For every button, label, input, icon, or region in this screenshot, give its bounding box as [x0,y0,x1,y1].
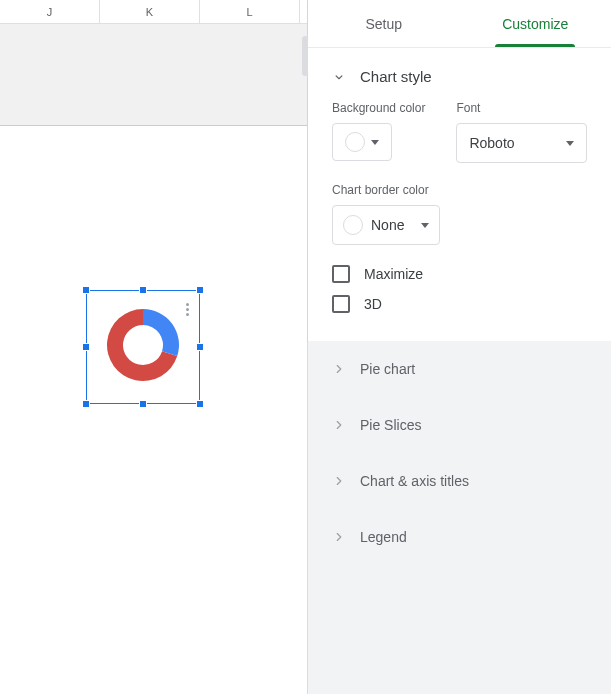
section-chart-style-header[interactable]: Chart style [308,48,611,101]
chevron-down-icon [332,70,346,84]
titles-title: Chart & axis titles [360,473,469,489]
embedded-chart[interactable] [86,290,200,404]
border-swatch-icon [343,215,363,235]
column-header-j[interactable]: J [0,0,100,23]
column-header-k[interactable]: K [100,0,200,23]
chart-editor-panel: Setup Customize Chart style Background c… [307,0,611,694]
chevron-right-icon [332,362,346,376]
font-field: Font Roboto [456,101,587,163]
chart-style-controls: Background color Font Roboto Chart borde… [308,101,611,341]
chevron-right-icon [332,530,346,544]
chevron-right-icon [332,418,346,432]
pie-slices-title: Pie Slices [360,417,421,433]
chart-border-label: Chart border color [332,183,587,197]
background-color-button[interactable] [332,123,392,161]
frozen-area [0,24,307,126]
caret-down-icon [566,141,574,146]
spreadsheet-grid[interactable]: J K L [0,0,307,694]
resize-handle-tm[interactable] [139,286,147,294]
maximize-label: Maximize [364,266,423,282]
caret-down-icon [421,223,429,228]
column-header-l[interactable]: L [200,0,300,23]
resize-handle-br[interactable] [196,400,204,408]
resize-handle-ml[interactable] [82,343,90,351]
tab-setup[interactable]: Setup [308,0,460,47]
donut-chart [103,305,183,385]
resize-handle-tr[interactable] [196,286,204,294]
background-color-label: Background color [332,101,432,115]
tab-customize[interactable]: Customize [460,0,612,47]
section-legend[interactable]: Legend [308,509,611,565]
font-dropdown[interactable]: Roboto [456,123,587,163]
section-pie-slices[interactable]: Pie Slices [308,397,611,453]
three-d-row: 3D [332,295,587,313]
resize-handle-bl[interactable] [82,400,90,408]
bg-swatch-icon [345,132,365,152]
chart-border-field: Chart border color None [332,183,587,245]
border-color-button[interactable]: None [332,205,440,245]
maximize-row: Maximize [332,265,587,283]
column-headers: J K L [0,0,307,24]
chevron-right-icon [332,474,346,488]
section-pie-chart[interactable]: Pie chart [308,341,611,397]
tab-customize-label: Customize [502,16,568,32]
caret-down-icon [371,140,379,145]
active-tab-underline [495,44,575,47]
section-chart-axis-titles[interactable]: Chart & axis titles [308,453,611,509]
chart-style-title: Chart style [360,68,432,85]
font-label: Font [456,101,587,115]
three-d-label: 3D [364,296,382,312]
chart-menu-icon[interactable] [186,303,189,316]
tab-setup-label: Setup [365,16,402,32]
background-color-field: Background color [332,101,432,163]
three-d-checkbox[interactable] [332,295,350,313]
maximize-checkbox[interactable] [332,265,350,283]
pie-chart-title: Pie chart [360,361,415,377]
font-value: Roboto [469,135,514,151]
border-value: None [371,217,413,233]
panel-card: Setup Customize Chart style Background c… [308,0,611,341]
resize-handle-tl[interactable] [82,286,90,294]
resize-handle-bm[interactable] [139,400,147,408]
legend-title: Legend [360,529,407,545]
editor-tabs: Setup Customize [308,0,611,48]
resize-handle-mr[interactable] [196,343,204,351]
